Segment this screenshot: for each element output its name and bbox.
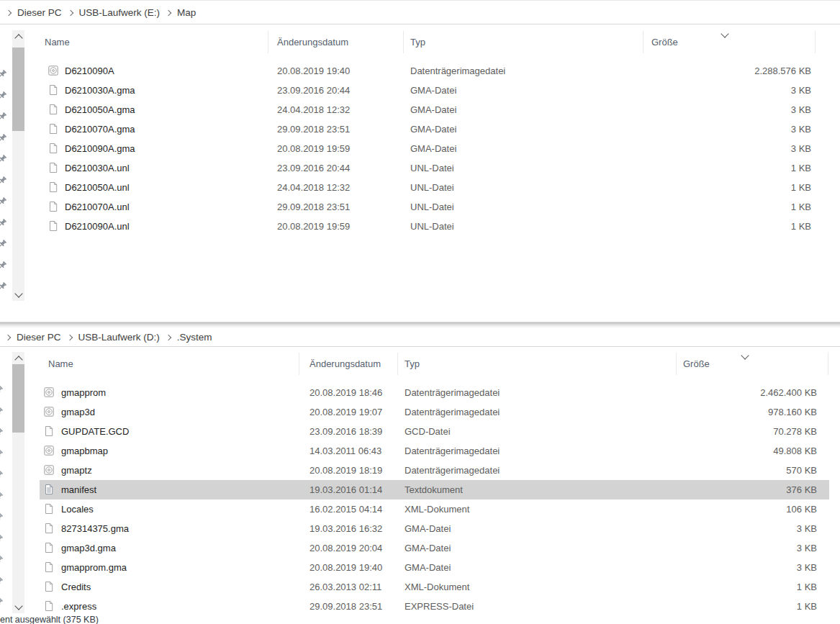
- breadcrumb-item[interactable]: USB-Laufwerk (E:): [63, 6, 161, 19]
- file-row[interactable]: GUPDATE.GCD 23.09.2016 18:39 GCD-Datei 7…: [0, 422, 840, 441]
- breadcrumb-item[interactable]: Dieser PC: [1, 6, 63, 19]
- file-row[interactable]: D6210050A.gma 24.04.2018 12:32 GMA-Datei…: [0, 100, 840, 119]
- file-name[interactable]: gmapprom.gma: [61, 558, 127, 577]
- file-row[interactable]: D6210030A.gma 23.09.2016 20:44 GMA-Datei…: [0, 81, 840, 100]
- breadcrumb-item[interactable]: USB-Laufwerk (D:): [62, 330, 161, 344]
- breadcrumb-label[interactable]: Dieser PC: [17, 6, 63, 19]
- pin-icon[interactable]: [0, 281, 7, 291]
- file-row[interactable]: gmapbmap 14.03.2011 06:43 Datenträgerima…: [0, 441, 840, 461]
- file-name[interactable]: D6210050A.gma: [65, 100, 135, 119]
- file-name[interactable]: gmap3d.gma: [61, 538, 116, 558]
- scroll-down-button[interactable]: [12, 601, 24, 613]
- column-header-size[interactable]: Größe: [683, 358, 710, 369]
- file-row[interactable]: gmap3d.gma 20.08.2019 20:04 GMA-Datei 3 …: [0, 538, 840, 558]
- pin-icon[interactable]: [0, 112, 7, 122]
- file-name[interactable]: Locales: [61, 499, 94, 519]
- pin-icon[interactable]: [0, 492, 4, 502]
- scrollbar-thumb[interactable]: [12, 48, 24, 131]
- column-header-type[interactable]: Typ: [410, 37, 425, 48]
- column-header-modified[interactable]: Änderungsdatum: [277, 37, 348, 48]
- file-row[interactable]: manifest 19.03.2016 01:14 Textdokument 3…: [0, 480, 840, 499]
- file-name[interactable]: 827314375.gma: [61, 519, 129, 538]
- column-header-name[interactable]: Name: [48, 358, 73, 369]
- file-name[interactable]: D6210090A.unl: [65, 217, 130, 236]
- breadcrumb-item[interactable]: Dieser PC: [0, 330, 62, 344]
- pin-icon[interactable]: [0, 512, 4, 523]
- chevron-right-icon[interactable]: [166, 9, 171, 15]
- pin-icon[interactable]: [0, 449, 4, 459]
- vertical-scrollbar[interactable]: [12, 352, 24, 613]
- pin-icon[interactable]: [0, 470, 4, 480]
- pin-icon[interactable]: [0, 69, 7, 79]
- column-resize-handle[interactable]: [828, 353, 828, 375]
- pin-icon[interactable]: [0, 239, 7, 249]
- file-name[interactable]: D6210050A.unl: [65, 178, 130, 197]
- breadcrumb-label[interactable]: Map: [176, 6, 197, 19]
- file-row[interactable]: D6210090A.gma 20.08.2019 19:59 GMA-Datei…: [0, 139, 840, 158]
- chevron-right-icon[interactable]: [67, 9, 73, 15]
- file-name[interactable]: D6210090A.gma: [65, 139, 135, 158]
- file-name[interactable]: D6210070A.gma: [65, 119, 135, 139]
- file-row[interactable]: 827314375.gma 19.03.2016 16:32 GMA-Datei…: [0, 519, 840, 538]
- file-name[interactable]: gmapbmap: [61, 441, 108, 461]
- pin-icon[interactable]: [0, 597, 4, 607]
- file-row[interactable]: gmapprom 20.08.2019 18:46 Datenträgerima…: [0, 383, 840, 402]
- column-resize-handle[interactable]: [643, 31, 643, 53]
- scroll-up-button[interactable]: [12, 352, 24, 364]
- chevron-right-icon[interactable]: [166, 334, 171, 340]
- column-header-name[interactable]: Name: [45, 37, 70, 48]
- breadcrumb-label[interactable]: USB-Laufwerk (E:): [78, 6, 161, 19]
- column-header-type[interactable]: Typ: [405, 358, 420, 369]
- file-row[interactable]: D6210090A 20.08.2019 19:40 Datenträgerim…: [0, 61, 840, 81]
- file-row[interactable]: D6210070A.unl 29.09.2018 23:51 UNL-Datei…: [0, 197, 840, 217]
- chevron-right-icon[interactable]: [6, 9, 12, 15]
- column-resize-handle[interactable]: [676, 353, 677, 375]
- file-name[interactable]: D6210070A.unl: [65, 197, 130, 217]
- column-resize-handle[interactable]: [397, 353, 398, 375]
- file-name[interactable]: D6210090A: [65, 61, 114, 81]
- column-resize-handle[interactable]: [403, 31, 404, 53]
- file-row[interactable]: Locales 16.02.2015 04:14 XML-Dokument 10…: [0, 499, 840, 519]
- pin-icon[interactable]: [0, 576, 4, 587]
- pin-icon[interactable]: [0, 534, 4, 544]
- file-name[interactable]: .express: [61, 597, 96, 616]
- chevron-right-icon[interactable]: [5, 334, 11, 340]
- scrollbar-thumb[interactable]: [12, 364, 24, 433]
- breadcrumb-label[interactable]: USB-Laufwerk (D:): [78, 330, 161, 344]
- breadcrumb-label[interactable]: .System: [176, 330, 213, 344]
- file-name[interactable]: gmapprom: [61, 383, 106, 402]
- file-name[interactable]: gmap3d: [61, 402, 95, 422]
- file-row[interactable]: Credits 26.03.2013 02:11 XML-Dokument 1 …: [0, 577, 840, 597]
- pin-icon[interactable]: [0, 407, 4, 417]
- file-row[interactable]: gmap3d 20.08.2019 19:07 Datenträgerimage…: [0, 402, 840, 422]
- file-row[interactable]: .express 29.09.2018 23:51 EXPRESS-Datei …: [0, 597, 840, 616]
- file-row[interactable]: D6210030A.unl 23.09.2016 20:44 UNL-Datei…: [0, 158, 840, 178]
- file-name[interactable]: GUPDATE.GCD: [61, 422, 129, 441]
- pin-icon[interactable]: [0, 261, 7, 271]
- pin-icon[interactable]: [0, 91, 7, 101]
- breadcrumb-label[interactable]: Dieser PC: [16, 330, 62, 344]
- pin-icon[interactable]: [0, 133, 7, 143]
- file-name[interactable]: D6210030A.gma: [65, 81, 135, 100]
- column-resize-handle[interactable]: [815, 31, 816, 53]
- file-row[interactable]: D6210070A.gma 29.09.2018 23:51 GMA-Datei…: [0, 119, 840, 139]
- file-name[interactable]: manifest: [61, 480, 96, 499]
- file-row[interactable]: gmapprom.gma 20.08.2019 19:40 GMA-Datei …: [0, 558, 840, 577]
- pin-icon[interactable]: [0, 385, 4, 395]
- file-name[interactable]: gmaptz: [61, 461, 92, 480]
- column-resize-handle[interactable]: [268, 31, 268, 53]
- pin-icon[interactable]: [0, 154, 7, 164]
- pin-icon[interactable]: [0, 176, 7, 186]
- pin-icon[interactable]: [0, 218, 7, 228]
- vertical-scrollbar[interactable]: [12, 30, 24, 301]
- file-row[interactable]: D6210090A.unl 20.08.2019 19:59 UNL-Datei…: [0, 217, 840, 236]
- pin-icon[interactable]: [0, 196, 7, 207]
- column-header-modified[interactable]: Änderungsdatum: [310, 358, 381, 369]
- breadcrumb-item[interactable]: Map: [161, 6, 197, 19]
- chevron-right-icon[interactable]: [66, 334, 72, 340]
- column-header-size[interactable]: Größe: [651, 37, 678, 48]
- scroll-up-button[interactable]: [12, 30, 24, 42]
- breadcrumb-item[interactable]: .System: [161, 330, 213, 344]
- file-row[interactable]: D6210050A.unl 24.04.2018 12:32 UNL-Datei…: [0, 178, 840, 197]
- file-name[interactable]: D6210030A.unl: [65, 158, 130, 178]
